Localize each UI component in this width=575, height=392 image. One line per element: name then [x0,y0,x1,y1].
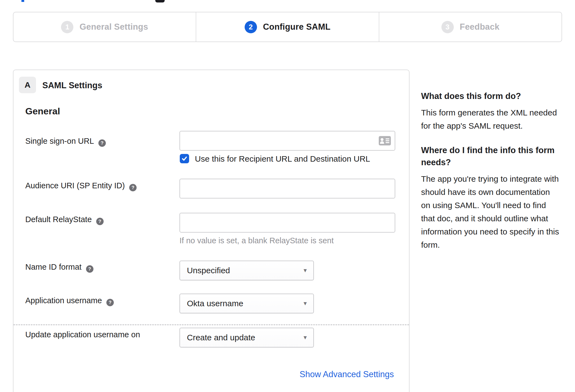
app-username-select[interactable]: Okta username ▾ [179,294,314,313]
update-username-value: Create and update [180,333,255,342]
update-username-label: Update application username on [25,330,140,339]
show-advanced-settings-link[interactable]: Show Advanced Settings [300,369,394,379]
recipient-url-checkbox-label: Use this for Recipient URL and Destinati… [195,154,370,164]
sso-url-help-icon[interactable]: ? [98,139,106,147]
name-id-format-value: Unspecified [180,266,230,275]
relay-state-input[interactable] [179,213,395,233]
step-1-number-badge: 1 [61,21,73,33]
saml-setup-wizard-page: 1 General Settings 2 Configure SAML 3 Fe… [0,0,575,392]
update-username-select[interactable]: Create and update ▾ [179,328,314,347]
step-2-label: Configure SAML [263,22,331,32]
section-title: SAML Settings [42,81,102,90]
name-id-format-label: Name ID format? [25,263,93,273]
section-dashed-divider [13,324,409,325]
dropdown-caret-icon: ▾ [303,334,307,341]
help-section-where: Where do I find the info this form needs… [421,144,561,252]
help-section-what: What does this form do? This form genera… [421,90,561,132]
contact-card-icon [379,136,391,145]
audience-uri-help-icon[interactable]: ? [129,184,137,191]
help-body-where: The app you're trying to integrate with … [421,172,561,252]
sso-url-input-wrap [179,131,395,151]
wizard-stepper: 1 General Settings 2 Configure SAML 3 Fe… [13,12,562,42]
sso-url-label: Single sign-on URL? [25,137,106,147]
step-general-settings[interactable]: 1 General Settings [13,12,196,42]
section-a-badge: A [19,77,36,93]
relay-state-label: Default RelayState? [25,215,104,225]
clipped-header-blue-accent [21,0,24,2]
help-body-what: This form generates the XML needed for t… [421,106,561,132]
recipient-url-checkbox[interactable] [180,154,189,163]
name-id-format-help-icon[interactable]: ? [86,265,93,273]
help-sidebar: What does this form do? This form genera… [421,90,561,252]
app-username-help-icon[interactable]: ? [106,299,114,306]
relay-state-help-icon[interactable]: ? [96,218,104,225]
audience-uri-label: Audience URI (SP Entity ID)? [25,181,137,191]
help-heading-what: What does this form do? [421,90,561,102]
relay-state-hint: If no value is set, a blank RelayState i… [179,236,334,245]
app-username-label: Application username? [25,296,114,306]
step-1-label: General Settings [79,22,148,32]
name-id-format-select[interactable]: Unspecified ▾ [179,261,314,280]
audience-uri-input[interactable] [179,179,395,198]
general-group-heading: General [25,106,60,117]
step-3-label: Feedback [460,22,500,32]
sso-url-input[interactable] [179,131,395,151]
step-configure-saml[interactable]: 2 Configure SAML [196,12,378,42]
step-3-number-badge: 3 [441,21,454,33]
dropdown-caret-icon: ▾ [303,300,307,307]
help-heading-where: Where do I find the info this form needs… [421,144,561,169]
step-feedback[interactable]: 3 Feedback [379,12,562,42]
checkmark-icon [181,155,188,162]
clipped-header-icon [155,0,165,2]
step-2-number-badge: 2 [245,21,257,33]
app-username-value: Okta username [180,299,243,308]
dropdown-caret-icon: ▾ [303,267,307,274]
saml-settings-panel: A SAML Settings General Single sign-on U… [13,70,410,392]
